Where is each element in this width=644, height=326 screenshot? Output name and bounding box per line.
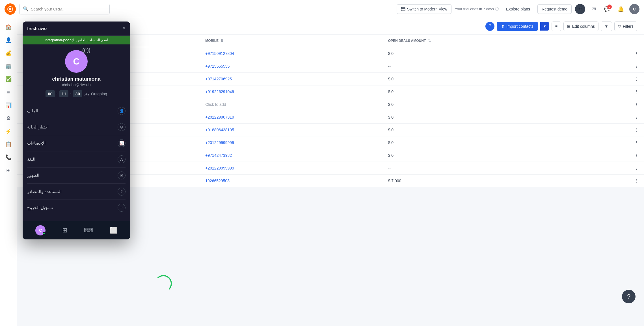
footer-screen-button[interactable]: ⬜ — [110, 227, 117, 234]
menu-item-3[interactable]: Aاللغة — [27, 151, 126, 167]
list-icon: ≡ — [555, 24, 557, 29]
cell-mobile-0: +971509127804 — [200, 47, 382, 60]
footer-keypad-button[interactable]: ⌨ — [84, 227, 93, 234]
mail-button[interactable]: ✉ — [589, 4, 599, 14]
help-fab-button[interactable]: ? — [622, 290, 636, 303]
signal-icon: ((·)) — [82, 47, 90, 53]
sidebar-item-lists[interactable]: ≡ — [3, 87, 14, 98]
widget-close-button[interactable]: × — [122, 25, 126, 31]
footer-grid-button[interactable]: ⊞ — [62, 227, 67, 234]
search-box: 🔍 — [19, 4, 110, 14]
menu-item-2[interactable]: 📈الإحصاءات — [27, 135, 126, 151]
search-input[interactable] — [31, 7, 106, 11]
menu-label-5: المساعدة والمصادر — [27, 189, 62, 194]
timer-minutes: 11 — [59, 90, 69, 97]
menu-item-6[interactable]: →تسجيل الخروج — [27, 200, 126, 216]
footer-avatar-button[interactable]: C — [35, 225, 46, 235]
cell-actions-5[interactable]: ⋮ — [629, 111, 644, 124]
col-mobile[interactable]: MOBILE ⇅ — [200, 35, 382, 47]
sidebar-item-phone[interactable]: 📞 — [3, 152, 14, 163]
since-label: منذ — [84, 92, 89, 96]
cell-deals-1: -- — [382, 60, 629, 73]
switch-icon — [401, 7, 405, 11]
col-open-deals[interactable]: OPEN DEALS AMOUNT ⇅ — [382, 35, 629, 47]
sidebar-item-accounts[interactable]: 🏢 — [3, 61, 14, 72]
col-actions — [629, 35, 644, 47]
sidebar-item-automations[interactable]: ⚡ — [3, 126, 14, 137]
cell-actions-6[interactable]: ⋮ — [629, 124, 644, 136]
menu-icon-6: → — [118, 204, 126, 212]
cell-actions-1[interactable]: ⋮ — [629, 60, 644, 73]
menu-label-2: الإحصاءات — [27, 141, 46, 146]
add-new-button[interactable]: + — [575, 4, 585, 14]
edit-columns-button[interactable]: ⊟ Edit columns — [563, 22, 598, 31]
search-icon: 🔍 — [23, 6, 29, 12]
table-view-button[interactable]: ≡ — [552, 22, 561, 31]
trial-notice: Your trial ends in 7 days ⓘ — [455, 7, 499, 12]
cell-deals-0: $ 0 — [382, 47, 629, 60]
cell-mobile-2: +97142706925 — [200, 73, 382, 85]
timer-seconds: 30 — [73, 90, 82, 97]
switch-modern-button[interactable]: Switch to Modern View — [397, 4, 451, 14]
notifications-button[interactable]: 🔔 — [616, 4, 626, 14]
sidebar-item-campaigns[interactable]: 📋 — [3, 139, 14, 150]
keypad-icon: ⌨ — [84, 227, 93, 234]
columns-dropdown-button[interactable]: ▼ — [601, 22, 612, 31]
cell-actions-10[interactable]: ⋮ — [629, 175, 644, 187]
import-contacts-button[interactable]: ⬆ Import contacts — [497, 22, 538, 31]
widget-header: freshziwo × — [23, 22, 130, 36]
sidebar-item-tasks[interactable]: ✅ — [3, 74, 14, 85]
menu-icon-3: A — [118, 155, 126, 163]
menu-item-0[interactable]: 👤الملف — [27, 103, 126, 119]
cell-deals-4: $ 0 — [382, 98, 629, 111]
menu-icon-1: ⊙ — [118, 123, 126, 131]
cell-mobile-3: +919226291049 — [200, 85, 382, 98]
explore-plans-button[interactable]: Explore plans — [502, 5, 534, 14]
sidebar-item-integrations[interactable]: ⊞ — [3, 165, 14, 176]
cell-actions-3[interactable]: ⋮ — [629, 85, 644, 98]
menu-item-5[interactable]: ?المساعدة والمصادر — [27, 183, 126, 200]
import-dropdown-button[interactable]: ▼ — [540, 22, 549, 31]
request-demo-button[interactable]: Request demo — [537, 4, 572, 14]
columns-icon: ⊟ — [567, 24, 570, 29]
menu-item-1[interactable]: ⊙اختيار الحالة — [27, 119, 126, 135]
cell-deals-7: $ 0 — [382, 136, 629, 149]
cell-mobile-4[interactable]: Click to add — [200, 98, 382, 111]
cell-deals-10: $ 7,000 — [382, 175, 629, 187]
messages-badge: 2 — [607, 5, 612, 9]
phone-widget: freshziwo × اسم الحساب الخاص بك: integra… — [23, 22, 130, 239]
cell-mobile-5: +201229967319 — [200, 111, 382, 124]
filters-button[interactable]: ▽ Filters — [614, 22, 637, 31]
cell-actions-8[interactable]: ⋮ — [629, 149, 644, 162]
import-icon: ⬆ — [501, 24, 505, 29]
messages-button[interactable]: 💬 2 — [602, 4, 612, 14]
cell-deals-5: $ 0 — [382, 111, 629, 124]
loading-spinner — [155, 275, 172, 292]
cell-actions-0[interactable]: ⋮ — [629, 47, 644, 60]
sidebar-item-home[interactable]: 🏠 — [3, 22, 14, 33]
caller-name: christian matumona — [52, 76, 100, 82]
sidebar-item-settings[interactable]: ⚙ — [3, 113, 14, 124]
screen-icon: ⬜ — [110, 227, 117, 234]
caller-email: christian@ziwo.io — [62, 83, 90, 87]
timer-hours: 00 — [46, 90, 55, 97]
cell-actions-7[interactable]: ⋮ — [629, 136, 644, 149]
sidebar-item-contacts[interactable]: 👤 — [3, 35, 14, 46]
cell-deals-8: $ 0 — [382, 149, 629, 162]
mail-icon: ✉ — [592, 6, 596, 12]
cell-actions-4[interactable]: ⋮ — [629, 98, 644, 111]
cell-deals-3: $ 0 — [382, 85, 629, 98]
svg-rect-2 — [401, 7, 405, 11]
widget-menu: 👤الملف⊙اختيار الحالة📈الإحصاءاتAاللغة☀الظ… — [27, 103, 126, 216]
menu-label-4: الظهور — [27, 173, 39, 178]
help-button[interactable]: ? — [485, 22, 494, 31]
cell-actions-9[interactable]: ⋮ — [629, 162, 644, 175]
sidebar-item-reports[interactable]: 📊 — [3, 100, 14, 111]
caller-avatar: C ((·)) — [65, 50, 88, 73]
cell-actions-2[interactable]: ⋮ — [629, 73, 644, 85]
sort-mobile-icon: ⇅ — [221, 39, 223, 43]
menu-item-4[interactable]: ☀الظهور — [27, 167, 126, 183]
user-avatar[interactable]: C — [629, 4, 639, 14]
sidebar-item-deals[interactable]: 💰 — [3, 48, 14, 59]
info-icon: ⓘ — [495, 7, 499, 12]
